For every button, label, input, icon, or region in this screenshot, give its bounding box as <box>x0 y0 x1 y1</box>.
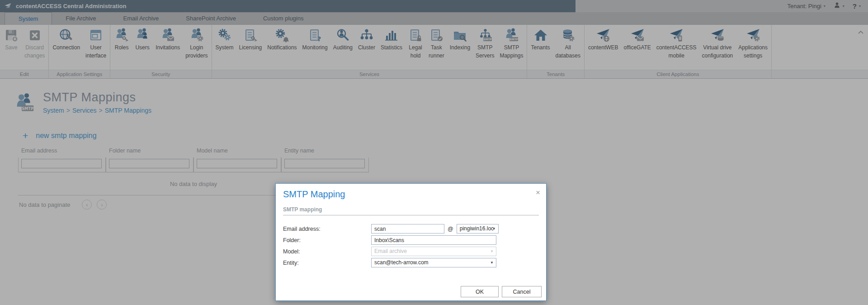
smtp-mapping-form: Email address: @ pingiwin16.loc ▼ Folder… <box>283 224 539 267</box>
model-select-placeholder: Email archive <box>374 248 407 254</box>
smtp-mapping-dialog: SMTP Mapping × SMTP mapping Email addres… <box>275 183 547 301</box>
at-sign: @ <box>448 226 453 232</box>
email-address-label: Email address: <box>283 226 371 232</box>
email-address-input[interactable] <box>371 224 444 234</box>
app-window: contentACCESS Central Administration Ten… <box>0 0 868 305</box>
folder-input[interactable] <box>371 235 496 245</box>
cancel-button[interactable]: Cancel <box>502 286 542 297</box>
dialog-title: SMTP Mapping <box>283 189 539 200</box>
chevron-down-icon: ▼ <box>492 224 496 234</box>
chevron-down-icon: ▼ <box>490 258 494 267</box>
entity-select[interactable]: scan@tech-arrow.com ▼ <box>371 258 496 267</box>
close-icon[interactable]: × <box>536 188 540 197</box>
folder-label: Folder: <box>283 237 371 243</box>
entity-select-value: scan@tech-arrow.com <box>374 259 429 266</box>
ok-button[interactable]: OK <box>461 286 499 297</box>
model-select[interactable]: Email archive ▼ <box>371 247 496 256</box>
section-divider <box>283 215 539 215</box>
domain-select[interactable]: pingiwin16.loc ▼ <box>457 224 499 234</box>
dialog-buttons: OK Cancel <box>461 286 542 297</box>
domain-select-value: pingiwin16.loc <box>460 225 494 232</box>
dialog-section-label: SMTP mapping <box>283 206 539 213</box>
model-label: Model: <box>283 248 371 255</box>
entity-label: Entity: <box>283 260 371 266</box>
chevron-down-icon: ▼ <box>490 247 494 256</box>
